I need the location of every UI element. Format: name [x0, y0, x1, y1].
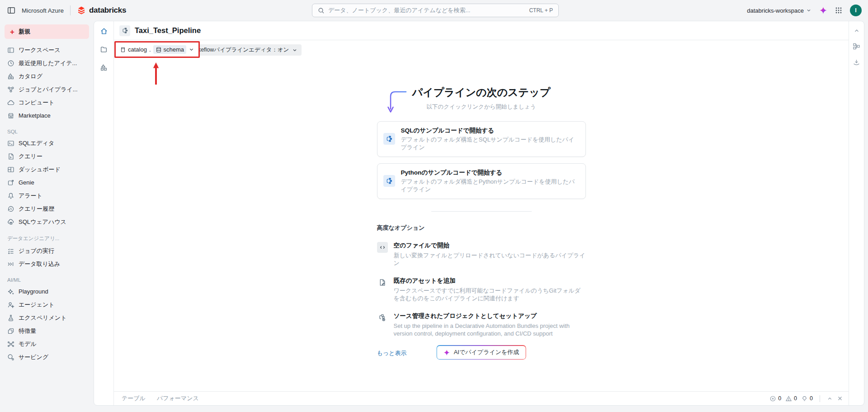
- option-add-existing-assets[interactable]: 既存のアセットを追加 ワークスペースですでに利用可能なコードファイルのうちGit…: [377, 277, 586, 303]
- schema-selector[interactable]: schema: [153, 45, 187, 54]
- sidebar-item-dashboards[interactable]: ダッシュボード: [5, 163, 89, 176]
- next-steps-panel: パイプラインの次のステップ 以下のクイックリンクから開始しましょう SQLのサン…: [377, 85, 586, 357]
- sidebar-item-genie[interactable]: Genie: [5, 176, 89, 189]
- dag-view-icon[interactable]: [853, 43, 860, 50]
- option-desc: Set up the pipeline in a Declarative Aut…: [394, 322, 586, 338]
- catalog-selector[interactable]: catalog: [120, 46, 147, 53]
- apps-grid-icon[interactable]: [835, 7, 842, 14]
- data-ingestion-icon: [7, 260, 14, 268]
- folder-icon[interactable]: [100, 46, 108, 53]
- schema-chip: schema: [153, 45, 187, 54]
- warning-count: 0: [794, 395, 797, 402]
- option-text: 空のファイルで開始 新しい変換ファイルとプリロードされていないコードがあるパイプ…: [394, 242, 586, 267]
- dashboards-icon: [7, 166, 14, 173]
- sidebar-item-agents[interactable]: エージェント: [5, 298, 89, 311]
- option-source-managed-project[interactable]: ソース管理されたプロジェクトとしてセットアップ Set up the pipel…: [377, 312, 586, 338]
- sidebar-item-serving[interactable]: サービング: [5, 350, 89, 364]
- sidebar-section-aiml: AI/ML: [5, 270, 89, 285]
- quick-link-text: SQLのサンプルコードで開始する デフォルトのフォルダ構造とSQLサンプルコード…: [401, 127, 580, 152]
- catalog-value: catalog: [128, 46, 147, 53]
- file-edit-icon: [377, 277, 388, 288]
- search-placeholder: データ、ノートブック、最近のアイテムなどを検索...: [328, 6, 525, 14]
- rail-catalog-icon[interactable]: [100, 64, 108, 71]
- sidebar-item-catalog[interactable]: カタログ: [5, 70, 89, 83]
- sidebar-item-marketplace[interactable]: Marketplace: [5, 109, 89, 122]
- sidebar-section-data-engineering: データエンジニアリ...: [5, 228, 89, 244]
- tab-tables[interactable]: テーブル: [122, 394, 146, 403]
- new-button[interactable]: + 新規: [5, 24, 89, 39]
- sidebar-item-compute[interactable]: コンピュート: [5, 96, 89, 109]
- tab-performance[interactable]: パフォーマンス: [157, 394, 199, 403]
- new-button-label: 新規: [19, 28, 30, 36]
- sidebar-item-playground[interactable]: Playground: [5, 285, 89, 298]
- warning-counter[interactable]: 0: [785, 395, 797, 402]
- option-desc: ワークスペースですでに利用可能なコードファイルのうちGitフォルダを含むものをこ…: [394, 287, 586, 303]
- editor-canvas: catalog . schema Lakeflowパイプラインエディタ：オン: [114, 40, 849, 391]
- sidebar-item-queries[interactable]: クエリー: [5, 150, 89, 163]
- ai-button-label: AIでパイプラインを作成: [454, 348, 519, 356]
- sql-editor-icon: [7, 140, 14, 147]
- home-icon[interactable]: [100, 27, 108, 35]
- selector-separator: .: [149, 46, 151, 53]
- sidebar-item-sql-editor[interactable]: SQLエディタ: [5, 137, 89, 150]
- ai-create-pipeline-button[interactable]: AIでパイプラインを作成: [436, 345, 526, 360]
- quick-link-python-sample[interactable]: Pythonのサンプルコードで開始する デフォルトのフォルダ構造とPythonサ…: [377, 163, 586, 199]
- quick-link-title: SQLのサンプルコードで開始する: [401, 127, 580, 135]
- sidebar-item-workspace[interactable]: ワークスペース: [5, 43, 89, 57]
- sidebar-toggle-icon[interactable]: [7, 6, 15, 14]
- topbar: Microsoft Azure databricks データ、ノートブック、最近…: [0, 0, 868, 21]
- topbar-left: Microsoft Azure databricks: [0, 5, 126, 15]
- workspace-selector[interactable]: databricks-workspace: [747, 7, 811, 14]
- global-search-input[interactable]: データ、ノートブック、最近のアイテムなどを検索... CTRL + P: [312, 4, 559, 17]
- curved-arrow-icon: [387, 90, 407, 115]
- ai-assistant-icon[interactable]: [819, 6, 827, 14]
- close-panel-icon[interactable]: [837, 395, 843, 402]
- sidebar-item-job-runs[interactable]: ジョブの実行: [5, 244, 89, 257]
- option-text: ソース管理されたプロジェクトとしてセットアップ Set up the pipel…: [394, 312, 586, 338]
- sidebar-item-query-history[interactable]: クエリー履歴: [5, 202, 89, 215]
- workspace-name: databricks-workspace: [747, 7, 804, 14]
- sparkle-icon: [443, 349, 450, 356]
- code-icon: [377, 242, 388, 253]
- sidebar: + 新規 ワークスペース 最近使用したアイテ... カタログ ジョブとパイプライ…: [0, 21, 94, 412]
- chevron-down-icon: [189, 47, 194, 52]
- bottombar-divider: [820, 395, 820, 402]
- sidebar-item-models[interactable]: モデル: [5, 337, 89, 350]
- error-counter[interactable]: 0: [769, 395, 781, 402]
- collapse-chevron-icon[interactable]: [854, 28, 860, 34]
- advanced-options-header: 高度なオプション: [377, 224, 586, 232]
- lightbulb-icon: [801, 395, 808, 402]
- catalog-box-icon: [120, 47, 126, 53]
- recents-icon: [7, 60, 14, 67]
- expand-panel-chevron-icon[interactable]: [827, 396, 833, 402]
- lakeflow-editor-toggle[interactable]: Lakeflowパイプラインエディタ：オン: [188, 44, 302, 56]
- sidebar-item-alerts[interactable]: アラート: [5, 189, 89, 202]
- genie-icon: [7, 179, 14, 186]
- chevron-down-icon: [292, 47, 297, 53]
- chevron-down-icon: [806, 8, 811, 13]
- error-count: 0: [778, 395, 781, 402]
- job-runs-icon: [7, 247, 14, 255]
- error-icon: [769, 395, 776, 402]
- show-more-link[interactable]: もっと表示: [377, 349, 407, 357]
- search-icon: [318, 7, 325, 14]
- suggestion-counter[interactable]: 0: [801, 395, 813, 402]
- databricks-brand[interactable]: databricks: [77, 6, 126, 15]
- user-avatar[interactable]: I: [850, 5, 862, 16]
- sidebar-item-sql-warehouse[interactable]: SQLウェアハウス: [5, 215, 89, 228]
- next-steps-title: パイプラインの次のステップ: [377, 85, 586, 99]
- option-desc: 新しい変換ファイルとプリロードされていないコードがあるパイプライン: [394, 251, 586, 267]
- schema-database-icon: [156, 47, 162, 53]
- databricks-logo-icon: [77, 6, 86, 15]
- bottom-panel-bar: テーブル パフォーマンス 0 0 0: [114, 391, 849, 405]
- sidebar-item-recents[interactable]: 最近使用したアイテ...: [5, 57, 89, 70]
- sidebar-item-features[interactable]: 特徴量: [5, 324, 89, 337]
- option-empty-file[interactable]: 空のファイルで開始 新しい変換ファイルとプリロードされていないコードがあるパイプ…: [377, 242, 586, 267]
- quick-link-sql-sample[interactable]: SQLのサンプルコードで開始する デフォルトのフォルダ構造とSQLサンプルコード…: [377, 121, 586, 157]
- sidebar-item-data-ingestion[interactable]: データ取り込み: [5, 257, 89, 270]
- jobs-pipelines-icon: [7, 86, 14, 93]
- sidebar-item-experiments[interactable]: エクスペリメント: [5, 311, 89, 324]
- assets-panel-icon[interactable]: [853, 59, 860, 66]
- sidebar-item-jobs-pipelines[interactable]: ジョブとパイプライ...: [5, 83, 89, 96]
- topbar-right: databricks-workspace I: [747, 0, 862, 21]
